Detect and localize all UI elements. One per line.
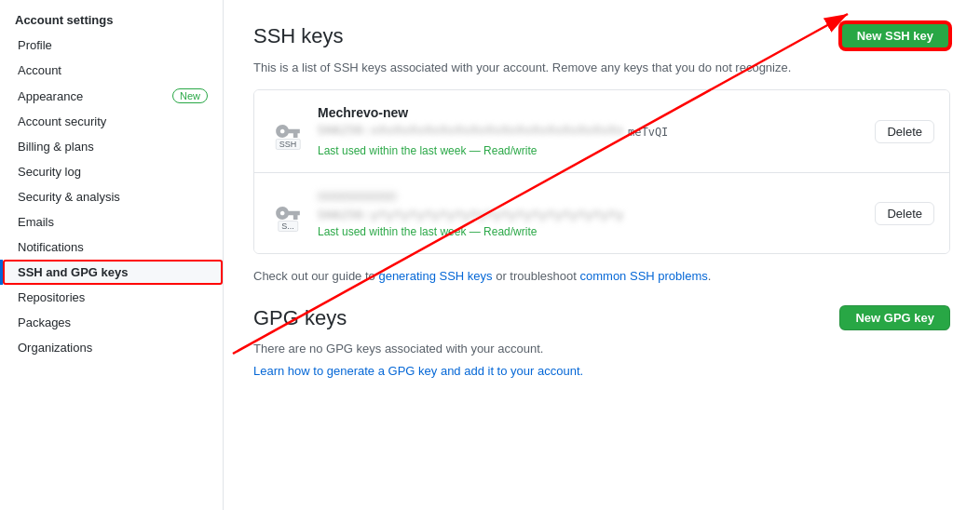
ssh-key-info-2: ●●●●●●●●●● SHA256:yYyYyYyYyYyYyYyYyYyYyY…: [318, 188, 860, 238]
sidebar-item-label: Organizations: [18, 341, 92, 355]
ssh-key-meta-1: Last used within the last week — Read/wr…: [318, 144, 860, 157]
ssh-key-actions-1: Delete: [875, 120, 934, 143]
ssh-key-name-1: Mechrevo-new: [318, 105, 860, 120]
sidebar-item-label: Profile: [18, 38, 52, 52]
ssh-key-name-2: ●●●●●●●●●●: [318, 188, 860, 203]
sidebar-item-notifications[interactable]: Notifications: [0, 235, 223, 260]
ssh-section-title: SSH keys: [253, 24, 344, 48]
ssh-key-fingerprint-1-blurred: SHA256:xXxXxXxXxXxXxXxXxXxXxXxXxXxXxXxXx: [318, 124, 624, 137]
ssh-key-icon-1: SSH: [269, 113, 306, 150]
sidebar-item-label: Account: [18, 63, 61, 77]
ssh-section-description: This is a list of SSH keys associated wi…: [253, 60, 950, 74]
ssh-key-card-1: SSH Mechrevo-new SHA256:xXxXxXxXxXxXxXxX…: [254, 90, 949, 173]
sidebar-item-profile[interactable]: Profile: [0, 33, 223, 58]
ssh-key-delete-button-2[interactable]: Delete: [875, 202, 934, 225]
ssh-key-icon-2: S...: [269, 195, 306, 232]
sidebar-item-label: Notifications: [18, 240, 84, 254]
ssh-keys-container: SSH Mechrevo-new SHA256:xXxXxXxXxXxXxXxX…: [253, 89, 950, 254]
ssh-section-header-row: SSH keys New SSH key: [253, 22, 950, 49]
ssh-guide-link-2[interactable]: common SSH problems: [580, 269, 708, 283]
ssh-key-delete-button-1[interactable]: Delete: [875, 120, 934, 143]
ssh-key-meta-2: Last used within the last week — Read/wr…: [318, 225, 860, 238]
sidebar-section-header: Account settings: [0, 7, 223, 33]
sidebar-item-label: Account security: [18, 114, 106, 128]
new-gpg-key-button[interactable]: New GPG key: [839, 305, 950, 330]
sidebar-item-label: Repositories: [18, 290, 85, 304]
sidebar-item-ssh-gpg[interactable]: SSH and GPG keys: [0, 260, 223, 285]
sidebar-item-label: Billing & plans: [18, 140, 94, 154]
sidebar-item-label: Packages: [18, 315, 71, 329]
sidebar-item-label: Security log: [18, 165, 81, 179]
new-ssh-key-button[interactable]: New SSH key: [840, 22, 950, 49]
ssh-key-actions-2: Delete: [875, 202, 934, 225]
appearance-badge: New: [172, 88, 208, 103]
gpg-learn-link[interactable]: Learn how to generate a GPG key and add …: [253, 364, 583, 378]
annotation-layer: [224, 0, 980, 510]
ssh-key-fingerprint-suffix-1: meTvQI: [628, 126, 668, 139]
sidebar: Account settings Profile Account Appeara…: [0, 0, 224, 510]
ssh-key-fingerprint-2-blurred: SHA256:yYyYyYyYyYyYyYyYyYyYyYyYyYyYyYyYy: [318, 208, 624, 221]
sidebar-item-label: Security & analysis: [18, 190, 120, 204]
sidebar-item-security-analysis[interactable]: Security & analysis: [0, 184, 223, 209]
main-content: SSH keys New SSH key This is a list of S…: [224, 0, 980, 510]
sidebar-item-appearance[interactable]: Appearance New: [0, 83, 223, 109]
sidebar-item-packages[interactable]: Packages: [0, 310, 223, 335]
sidebar-item-account[interactable]: Account: [0, 58, 223, 83]
annotation-arrows-svg: [224, 0, 980, 510]
sidebar-item-label: SSH and GPG keys: [18, 265, 129, 279]
gpg-section-header-row: GPG keys New GPG key: [253, 305, 950, 330]
sidebar-item-repositories[interactable]: Repositories: [0, 285, 223, 310]
ssh-guide-link-1[interactable]: generating SSH keys: [378, 269, 492, 283]
sidebar-item-label: Appearance: [18, 89, 83, 103]
gpg-section-title: GPG keys: [253, 306, 347, 330]
ssh-key-info-1: Mechrevo-new SHA256:xXxXxXxXxXxXxXxXxXxX…: [318, 105, 860, 157]
ssh-key-label-2: S...: [278, 221, 298, 232]
ssh-key-label-1: SSH: [276, 139, 301, 150]
ssh-key-card-2: S... ●●●●●●●●●● SHA256:yYyYyYyYyYyYyYyYy…: [254, 173, 949, 253]
sidebar-item-account-security[interactable]: Account security: [0, 109, 223, 134]
sidebar-item-billing[interactable]: Billing & plans: [0, 134, 223, 159]
sidebar-item-emails[interactable]: Emails: [0, 209, 223, 235]
gpg-no-keys-text: There are no GPG keys associated with yo…: [253, 342, 950, 356]
ssh-guide-text: Check out our guide to generating SSH ke…: [253, 269, 950, 283]
sidebar-item-organizations[interactable]: Organizations: [0, 335, 223, 360]
sidebar-item-security-log[interactable]: Security log: [0, 159, 223, 184]
sidebar-item-label: Emails: [18, 215, 54, 229]
